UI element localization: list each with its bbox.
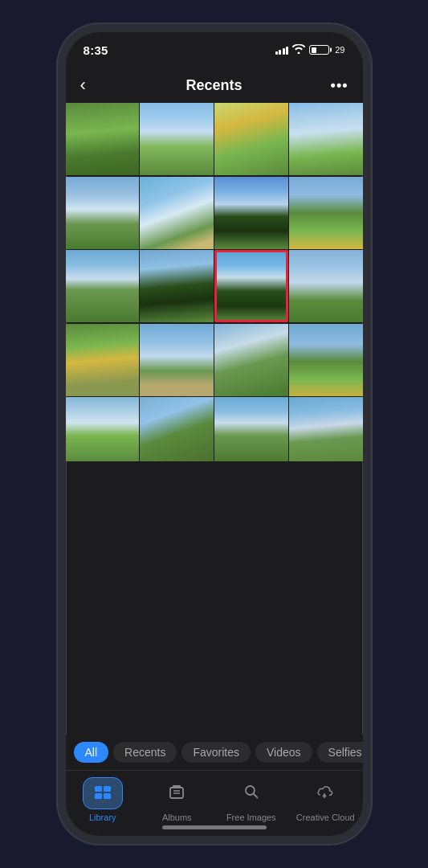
photo-cell[interactable] [289, 103, 362, 175]
filter-tab-bar: All Recents Favorites Videos Selfies [66, 735, 363, 770]
tab-albums[interactable]: Albums [140, 777, 214, 822]
svg-rect-2 [95, 793, 102, 799]
photo-cell[interactable] [289, 177, 362, 249]
svg-point-8 [246, 786, 255, 795]
signal-bars-icon [275, 45, 289, 55]
photo-cell[interactable] [214, 324, 287, 396]
filter-tab-videos[interactable]: Videos [255, 742, 312, 763]
tab-creative-cloud[interactable]: Creative Cloud [288, 777, 363, 822]
home-indicator [162, 825, 267, 829]
battery-fill [312, 47, 316, 53]
battery-level: 29 [335, 45, 344, 55]
svg-rect-1 [104, 786, 111, 792]
photo-grid [66, 103, 363, 735]
filter-tab-selfies[interactable]: Selfies [317, 742, 363, 763]
photo-row-1 [66, 103, 363, 175]
phone-frame: 8:35 29 [58, 24, 371, 844]
photo-cell[interactable] [214, 177, 287, 249]
tab-library[interactable]: Library [66, 777, 141, 822]
notch [166, 32, 263, 59]
page-title: Recents [185, 77, 242, 94]
photo-cell[interactable] [66, 177, 139, 249]
photo-cell[interactable] [140, 177, 213, 249]
battery-icon [309, 45, 329, 55]
svg-rect-0 [95, 786, 102, 792]
svg-rect-3 [104, 793, 111, 799]
wifi-icon [292, 44, 305, 56]
more-button[interactable]: ••• [320, 77, 349, 94]
tab-albums-icon-wrap [157, 777, 197, 809]
photo-cell[interactable] [140, 324, 213, 396]
filter-tab-all[interactable]: All [74, 742, 109, 763]
photo-row-2 [66, 177, 363, 249]
photo-row-4 [66, 324, 363, 396]
photo-cell[interactable] [66, 324, 139, 396]
svg-line-9 [253, 793, 258, 798]
tab-creative-cloud-label: Creative Cloud [296, 813, 355, 822]
status-icons: 29 [275, 44, 345, 56]
photo-cell[interactable] [289, 324, 362, 396]
photo-cell[interactable] [66, 103, 139, 175]
tab-free-images[interactable]: Free Images [214, 777, 289, 822]
photo-cell[interactable] [214, 397, 287, 461]
search-icon [243, 784, 259, 804]
svg-rect-5 [173, 785, 181, 788]
tab-free-images-label: Free Images [226, 813, 276, 822]
tab-library-icon-wrap [83, 777, 123, 809]
photo-row-3 [66, 250, 363, 322]
photo-cell-selected[interactable] [214, 250, 287, 322]
photo-cell[interactable] [66, 397, 139, 461]
photo-cell[interactable] [289, 250, 362, 322]
filter-tab-favorites[interactable]: Favorites [181, 742, 251, 763]
photo-cell[interactable] [140, 103, 213, 175]
photo-cell[interactable] [66, 250, 139, 322]
tab-albums-label: Albums [162, 813, 192, 822]
tab-creative-cloud-icon-wrap [305, 777, 345, 809]
library-icon [94, 784, 112, 804]
status-time: 8:35 [84, 43, 108, 57]
photo-row-5 [66, 397, 363, 461]
photo-cell[interactable] [140, 397, 213, 461]
filter-tab-recents[interactable]: Recents [113, 742, 177, 763]
back-button[interactable]: ‹ [80, 75, 109, 96]
nav-bar: ‹ Recents ••• [66, 68, 363, 103]
photo-cell[interactable] [289, 397, 362, 461]
photo-cell[interactable] [214, 103, 287, 175]
albums-icon [168, 784, 185, 804]
photo-cell[interactable] [140, 250, 213, 322]
tab-free-images-icon-wrap [231, 777, 271, 809]
tab-library-label: Library [89, 813, 116, 822]
creative-cloud-icon [316, 784, 334, 804]
